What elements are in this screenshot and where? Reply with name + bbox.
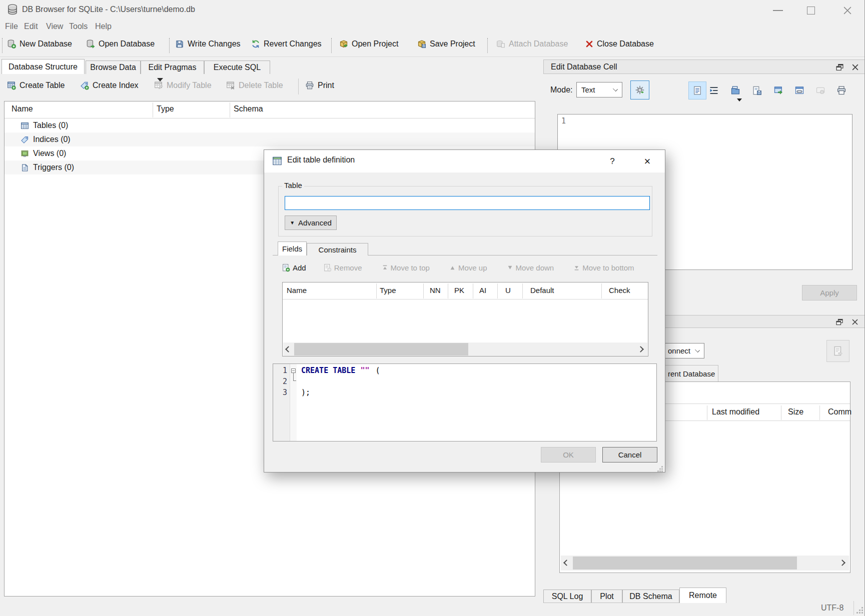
tree-row-tables[interactable]: Tables (0) bbox=[5, 118, 535, 132]
tab-plot[interactable]: Plot bbox=[591, 590, 622, 603]
col-u[interactable]: U bbox=[505, 286, 511, 294]
scroll-left-icon[interactable] bbox=[563, 560, 570, 566]
open-database-button[interactable]: Open Database bbox=[86, 40, 155, 48]
menu-edit[interactable]: Edit bbox=[24, 22, 38, 31]
dialog-help-button[interactable]: ? bbox=[597, 150, 627, 172]
tab-database-structure[interactable]: Database Structure bbox=[2, 59, 85, 74]
maximize-button[interactable] bbox=[807, 6, 815, 14]
export-data-icon[interactable] bbox=[752, 86, 762, 96]
tab-label: Constraints bbox=[319, 246, 357, 254]
remote-horizontal-scrollbar[interactable] bbox=[561, 556, 849, 570]
dialog-close-button[interactable]: × bbox=[632, 150, 662, 172]
tab-browse-data[interactable]: Browse Data bbox=[86, 60, 141, 74]
apply-label: Apply bbox=[820, 288, 839, 297]
tab-sql-log[interactable]: SQL Log bbox=[543, 590, 591, 603]
col-default[interactable]: Default bbox=[530, 286, 554, 294]
dock-float-icon[interactable] bbox=[835, 63, 844, 72]
col-check[interactable]: Check bbox=[609, 286, 630, 294]
add-field-button[interactable]: Add bbox=[293, 264, 306, 272]
scroll-left-icon[interactable] bbox=[285, 346, 292, 352]
minimize-button[interactable] bbox=[773, 10, 783, 11]
dialog-title-bar[interactable]: Edit table definition ? × bbox=[264, 150, 665, 172]
tab-label: rent Database bbox=[668, 370, 715, 378]
tree-column-type[interactable]: Type bbox=[157, 104, 174, 114]
column-last-modified[interactable]: Last modified bbox=[712, 408, 759, 416]
tree-header: Name Type Schema bbox=[5, 102, 535, 118]
col-pk[interactable]: PK bbox=[454, 286, 464, 294]
advanced-label: Advanced bbox=[298, 218, 332, 227]
close-button[interactable] bbox=[842, 6, 852, 16]
tab-label: SQL Log bbox=[552, 592, 583, 601]
print-cell-icon[interactable] bbox=[836, 86, 846, 96]
scrollbar-thumb[interactable] bbox=[573, 556, 797, 570]
delete-table-button: Delete Table bbox=[226, 81, 283, 90]
tree-column-name[interactable]: Name bbox=[12, 104, 33, 114]
save-project-button[interactable]: Save Project bbox=[417, 40, 475, 48]
create-table-label: Create Table bbox=[20, 81, 65, 90]
open-in-window-icon[interactable] bbox=[773, 86, 783, 96]
word-wrap-icon[interactable] bbox=[709, 86, 719, 96]
title-bar: DB Browser for SQLite - C:\Users\turne\d… bbox=[0, 0, 865, 20]
print-button[interactable]: Print bbox=[305, 81, 334, 90]
tree-row-indices[interactable]: Indices (0) bbox=[5, 132, 535, 146]
dialog-icon bbox=[272, 156, 282, 166]
col-name[interactable]: Name bbox=[287, 286, 307, 294]
table-name-input[interactable] bbox=[285, 196, 650, 210]
tab-label: Browse Data bbox=[90, 63, 136, 72]
scroll-right-icon[interactable] bbox=[839, 560, 845, 566]
menu-view[interactable]: View bbox=[46, 22, 63, 31]
import-data-icon[interactable] bbox=[730, 86, 740, 96]
menu-help[interactable]: Help bbox=[95, 22, 112, 31]
col-ai[interactable]: AI bbox=[479, 286, 486, 294]
fold-collapse-icon[interactable] bbox=[291, 368, 296, 373]
scrollbar-thumb[interactable] bbox=[294, 343, 468, 356]
menu-tools[interactable]: Tools bbox=[69, 22, 88, 31]
tab-execute-sql[interactable]: Execute SQL bbox=[204, 60, 270, 74]
menu-file[interactable]: File bbox=[5, 22, 18, 31]
url-link-icon[interactable] bbox=[794, 86, 804, 96]
col-nn[interactable]: NN bbox=[430, 286, 441, 294]
column-size[interactable]: Size bbox=[788, 408, 803, 416]
col-type[interactable]: Type bbox=[380, 286, 396, 294]
dock-close-icon[interactable] bbox=[851, 63, 859, 72]
scroll-right-icon[interactable] bbox=[637, 346, 644, 352]
tab-edit-pragmas[interactable]: Edit Pragmas bbox=[141, 60, 204, 74]
fields-horizontal-scrollbar[interactable] bbox=[283, 342, 647, 356]
import-dropdown-arrow[interactable] bbox=[737, 98, 742, 102]
sql-line-3[interactable]: ); bbox=[301, 388, 310, 397]
dock-float-icon[interactable] bbox=[835, 318, 843, 326]
tab-fields[interactable]: Fields bbox=[278, 242, 307, 256]
tab-constraints[interactable]: Constraints bbox=[307, 243, 368, 256]
close-database-button[interactable]: Close Database bbox=[585, 40, 654, 48]
import-settings-button[interactable] bbox=[630, 80, 649, 100]
text-mode-button[interactable] bbox=[688, 82, 706, 100]
advanced-button[interactable]: ▼ Advanced bbox=[285, 216, 337, 230]
toolbar-separator bbox=[169, 38, 170, 53]
new-database-button[interactable]: New Database bbox=[7, 40, 72, 48]
column-commit[interactable]: Comm bbox=[828, 408, 851, 416]
write-changes-button[interactable]: Write Changes bbox=[175, 40, 241, 48]
tab-db-schema[interactable]: DB Schema bbox=[622, 590, 679, 603]
close-database-label: Close Database bbox=[597, 40, 654, 48]
close-database-icon bbox=[585, 40, 593, 48]
dialog-resize-grip-icon[interactable] bbox=[657, 466, 663, 472]
modify-table-button: Modify Table bbox=[154, 81, 212, 90]
create-table-button[interactable]: Create Table bbox=[7, 81, 65, 90]
open-project-icon bbox=[339, 40, 348, 48]
dock-close-icon[interactable] bbox=[851, 318, 859, 326]
create-index-button[interactable]: Create Index bbox=[80, 81, 139, 90]
write-changes-icon bbox=[175, 40, 184, 48]
status-encoding[interactable]: UTF-8 bbox=[821, 604, 843, 612]
sql-table-name: "" bbox=[360, 366, 369, 375]
tab-remote[interactable]: Remote bbox=[679, 588, 726, 603]
resize-grip-icon[interactable] bbox=[856, 607, 863, 614]
column-divider bbox=[781, 406, 781, 420]
mode-select[interactable]: Text bbox=[576, 82, 622, 98]
revert-changes-button[interactable]: Revert Changes bbox=[251, 40, 322, 48]
remote-push-button bbox=[826, 340, 849, 362]
tree-column-schema[interactable]: Schema bbox=[234, 104, 263, 114]
open-project-button[interactable]: Open Project bbox=[339, 40, 398, 48]
sql-line-1[interactable]: CREATE TABLE""( bbox=[301, 366, 380, 375]
cancel-button[interactable]: Cancel bbox=[602, 447, 657, 462]
revert-changes-label: Revert Changes bbox=[264, 40, 322, 48]
